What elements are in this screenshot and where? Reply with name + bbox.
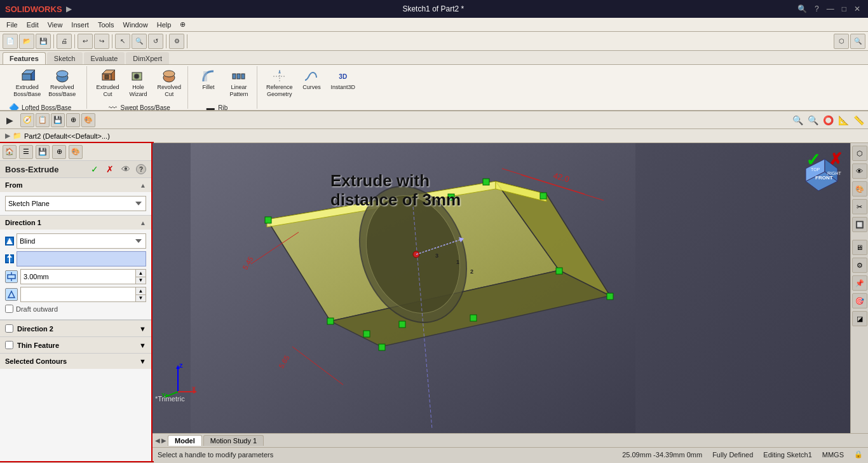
menu-insert[interactable]: Insert bbox=[67, 20, 93, 30]
thin-feature-section[interactable]: Thin Feature ▼ bbox=[0, 336, 151, 353]
hole-wizard-button[interactable]: HoleWizard bbox=[124, 67, 152, 99]
panel-tb-list[interactable]: ☰ bbox=[19, 145, 33, 159]
depth-up-button[interactable]: ▲ bbox=[136, 270, 146, 277]
depth-down-button[interactable]: ▼ bbox=[136, 277, 146, 284]
panel-tb-add[interactable]: ⊕ bbox=[52, 145, 66, 159]
title-bar-arrow[interactable]: ▶ bbox=[66, 4, 72, 13]
fillet-button[interactable]: Fillet bbox=[194, 67, 222, 99]
tab-model[interactable]: Model bbox=[168, 435, 202, 446]
panel-confirm-button[interactable]: ✓ bbox=[89, 163, 100, 175]
instant3d-button[interactable]: 3D Instant3D bbox=[328, 67, 358, 99]
depth-input[interactable] bbox=[21, 270, 135, 284]
rs-pin[interactable]: 📌 bbox=[852, 275, 867, 291]
stb-icon-1[interactable]: 🧭 bbox=[20, 113, 34, 127]
reference-geometry-button[interactable]: ReferenceGeometry bbox=[264, 67, 295, 99]
stb-right-icon-2[interactable]: 🔍 bbox=[806, 113, 820, 127]
options-button[interactable]: ⚙ bbox=[169, 34, 184, 49]
menu-tools[interactable]: Tools bbox=[94, 20, 118, 30]
menu-add[interactable]: ⊕ bbox=[176, 19, 189, 30]
stb-right-icon-1[interactable]: 🔍 bbox=[790, 113, 804, 127]
panel-tb-save[interactable]: 💾 bbox=[36, 145, 50, 159]
draft-down-button[interactable]: ▼ bbox=[136, 295, 146, 302]
draft-angle-input[interactable] bbox=[21, 287, 135, 301]
stb-icon-5[interactable]: 🎨 bbox=[81, 113, 95, 127]
draft-outward-checkbox[interactable] bbox=[5, 305, 13, 313]
panel-eye-button[interactable]: 👁 bbox=[119, 163, 132, 175]
swept-boss-base-button[interactable]: 〰 Swept Boss/Base bbox=[105, 102, 172, 110]
window-controls[interactable]: 🔍 ? — □ ✕ bbox=[795, 4, 863, 13]
rs-monitor[interactable]: 🖥 bbox=[852, 240, 867, 255]
direction2-label[interactable]: Direction 2 bbox=[17, 325, 53, 333]
lofted-boss-base-button[interactable]: 🔷 Lofted Boss/Base bbox=[6, 102, 83, 110]
minimize-button[interactable]: — bbox=[824, 4, 837, 13]
end-condition-dropdown[interactable]: Blind Through All Up To Next Up To Verte… bbox=[17, 233, 146, 249]
feature-tree-arrow[interactable]: ▶ bbox=[5, 132, 10, 140]
panel-tb-color[interactable]: 🎨 bbox=[69, 145, 83, 159]
tab-sketch[interactable]: Sketch bbox=[47, 52, 83, 64]
rs-settings[interactable]: ⚙ bbox=[852, 258, 867, 273]
tab-features[interactable]: Features bbox=[3, 52, 46, 64]
rotate-button[interactable]: ↺ bbox=[148, 34, 163, 49]
thin-feature-label[interactable]: Thin Feature bbox=[17, 342, 59, 349]
maximize-button[interactable]: □ bbox=[839, 4, 849, 13]
thin-feature-checkbox[interactable] bbox=[5, 341, 13, 349]
select-button[interactable]: ↖ bbox=[115, 34, 130, 49]
rs-extra[interactable]: ◪ bbox=[852, 311, 867, 326]
undo-button[interactable]: ↩ bbox=[78, 34, 93, 49]
tab-dimxpert[interactable]: DimXpert bbox=[126, 52, 169, 64]
rs-edit-appearance[interactable]: 🎨 bbox=[852, 181, 867, 197]
revolved-cut-button[interactable]: RevolvedCut bbox=[154, 67, 184, 99]
search-icon[interactable]: 🔍 bbox=[795, 4, 810, 13]
curves-button[interactable]: Curves bbox=[297, 67, 325, 99]
stb-right-icon-5[interactable]: 📏 bbox=[851, 113, 865, 127]
direction1-section-header[interactable]: Direction 1 ▲ bbox=[0, 216, 151, 230]
search-toolbar-button[interactable]: 🔍 bbox=[850, 34, 865, 49]
nav-next[interactable]: ▶ bbox=[161, 437, 166, 444]
extruded-boss-base-button[interactable]: ExtrudedBoss/Base bbox=[11, 67, 43, 99]
dir1-flip-button[interactable] bbox=[5, 254, 14, 263]
view-cube-button[interactable]: ⬡ bbox=[834, 34, 849, 49]
rs-section-view[interactable]: ✂ bbox=[852, 199, 867, 214]
open-button[interactable]: 📂 bbox=[19, 34, 34, 49]
zoom-button[interactable]: 🔍 bbox=[132, 34, 147, 49]
tab-motion-study-1[interactable]: Motion Study 1 bbox=[203, 435, 264, 446]
panel-tb-home[interactable]: 🏠 bbox=[3, 145, 17, 159]
menu-view[interactable]: View bbox=[44, 20, 67, 30]
rs-view-focus[interactable]: 🔲 bbox=[852, 217, 867, 232]
stb-icon-2[interactable]: 📋 bbox=[36, 113, 50, 127]
stb-arrow[interactable]: ▶ bbox=[3, 113, 17, 127]
redo-button[interactable]: ↪ bbox=[94, 34, 109, 49]
menu-window[interactable]: Window bbox=[119, 20, 152, 30]
rib-button[interactable]: ▬ Rib bbox=[203, 102, 244, 110]
direction2-checkbox[interactable] bbox=[5, 324, 13, 333]
linear-pattern-button[interactable]: LinearPattern bbox=[225, 67, 253, 99]
stb-icon-4[interactable]: ⊕ bbox=[66, 113, 80, 127]
draft-up-button[interactable]: ▲ bbox=[136, 287, 146, 295]
stb-icon-3[interactable]: 💾 bbox=[51, 113, 65, 127]
save-button[interactable]: 💾 bbox=[36, 34, 51, 49]
nav-cube[interactable]: FRONT TOP RIGHT bbox=[793, 149, 844, 200]
dir1-arrow-button[interactable] bbox=[5, 237, 14, 245]
direction2-section[interactable]: Direction 2 ▼ bbox=[0, 320, 151, 336]
menu-file[interactable]: File bbox=[3, 20, 22, 30]
close-button[interactable]: ✕ bbox=[851, 4, 863, 13]
rs-hide-show[interactable]: 👁 bbox=[852, 163, 867, 179]
tab-evaluate[interactable]: Evaluate bbox=[84, 52, 125, 64]
draft-outward-label[interactable]: Draft outward bbox=[16, 305, 58, 313]
stb-right-icon-3[interactable]: ⭕ bbox=[821, 113, 835, 127]
revolved-boss-base-button[interactable]: RevolvedBoss/Base bbox=[46, 67, 78, 99]
nav-prev[interactable]: ◀ bbox=[155, 437, 160, 444]
selected-contours-section[interactable]: Selected Contours ▼ bbox=[0, 353, 151, 369]
print-button[interactable]: 🖨 bbox=[57, 34, 72, 49]
stb-right-icon-4[interactable]: 📐 bbox=[836, 113, 850, 127]
from-section-header[interactable]: From ▲ bbox=[0, 178, 151, 192]
menu-edit[interactable]: Edit bbox=[23, 20, 43, 30]
menu-help[interactable]: Help bbox=[153, 20, 175, 30]
panel-cancel-button[interactable]: ✗ bbox=[104, 163, 116, 175]
from-dropdown[interactable]: Sketch Plane Surface/Face/Plane Vertex O… bbox=[5, 196, 146, 211]
help-icon[interactable]: ? bbox=[812, 4, 822, 13]
rs-color-wheel[interactable]: 🎯 bbox=[852, 293, 867, 308]
new-button[interactable]: 📄 bbox=[3, 34, 18, 49]
rs-display-style[interactable]: ⬡ bbox=[852, 146, 867, 161]
extruded-cut-button[interactable]: ExtrudedCut bbox=[93, 67, 121, 99]
